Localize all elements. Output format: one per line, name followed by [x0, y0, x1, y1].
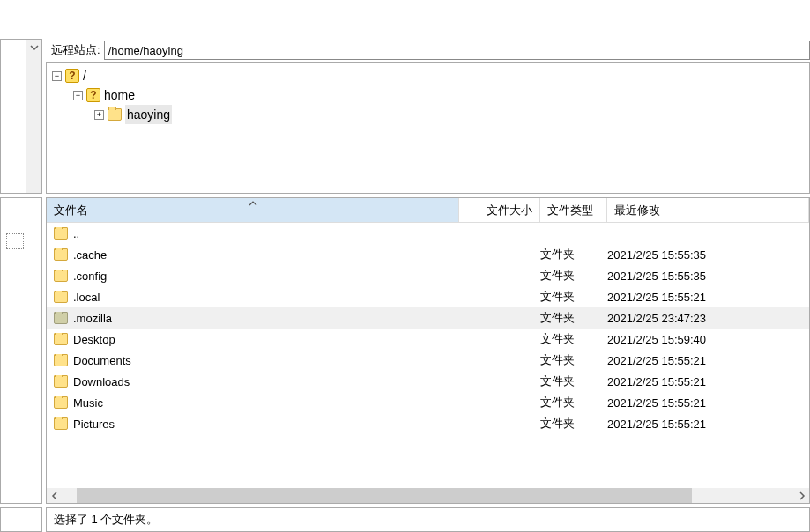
table-row[interactable]: Desktop文件夹2021/2/25 15:59:40 — [47, 329, 809, 350]
status-text: 选择了 1 个文件夹。 — [54, 512, 158, 528]
file-name: Desktop — [73, 333, 115, 346]
file-type: 文件夹 — [540, 373, 607, 389]
tree-node-label: haoying — [125, 105, 172, 124]
chevron-right-icon[interactable] — [794, 488, 809, 503]
file-type: 文件夹 — [540, 395, 607, 410]
table-row[interactable]: .config文件夹2021/2/25 15:55:35 — [47, 265, 809, 286]
file-type: 文件夹 — [540, 247, 607, 262]
status-bar-left — [0, 507, 42, 532]
local-tree-panel — [0, 39, 42, 194]
folder-icon — [54, 333, 68, 345]
table-row[interactable]: .mozilla文件夹2021/2/25 23:47:23 — [47, 307, 809, 329]
file-list-header: 文件名 文件大小 文件类型 最近修改 — [47, 198, 809, 223]
file-type: 文件夹 — [540, 331, 607, 347]
table-row[interactable]: .local文件夹2021/2/25 15:55:21 — [47, 286, 809, 307]
folder-icon — [54, 396, 68, 409]
file-modified: 2021/2/25 15:55:35 — [607, 270, 809, 283]
file-list[interactable]: ...cache文件夹2021/2/25 15:55:35.config文件夹2… — [47, 223, 809, 488]
file-modified: 2021/2/25 15:55:35 — [607, 248, 809, 262]
file-type: 文件夹 — [540, 289, 607, 305]
file-name: .. — [73, 227, 79, 240]
file-name: .mozilla — [73, 312, 112, 325]
folder-icon — [54, 248, 68, 261]
folder-icon — [54, 227, 68, 240]
folder-icon — [54, 291, 68, 303]
file-name: .cache — [73, 248, 107, 262]
status-bar-right: 选择了 1 个文件夹。 — [46, 507, 810, 532]
tree-node-root[interactable]: − ? / — [52, 66, 804, 85]
scrollbar-thumb[interactable] — [77, 488, 692, 503]
file-type: 文件夹 — [540, 310, 607, 326]
file-type: 文件夹 — [540, 416, 607, 432]
chevron-down-icon[interactable] — [26, 40, 41, 55]
table-row[interactable]: Pictures文件夹2021/2/25 15:55:21 — [47, 413, 809, 434]
remote-panel: 远程站点: − ? / − ? home + haoying — [46, 39, 810, 194]
tree-node-label: home — [104, 85, 135, 105]
remote-path-label: 远程站点: — [46, 42, 104, 58]
folder-icon — [54, 417, 68, 430]
table-row[interactable]: .. — [47, 223, 809, 244]
column-header-size[interactable]: 文件大小 — [459, 198, 540, 222]
file-type: 文件夹 — [540, 352, 607, 368]
sort-asc-icon — [249, 199, 257, 208]
file-modified: 2021/2/25 15:55:21 — [607, 417, 809, 431]
tree-node-label: / — [83, 66, 86, 85]
local-file-panel — [0, 197, 42, 504]
file-modified: 2021/2/25 15:55:21 — [607, 375, 809, 388]
remote-tree[interactable]: − ? / − ? home + haoying — [46, 62, 810, 194]
column-header-type[interactable]: 文件类型 — [540, 198, 607, 222]
file-name: Music — [73, 396, 103, 410]
file-modified: 2021/2/25 23:47:23 — [607, 312, 809, 325]
table-row[interactable]: Documents文件夹2021/2/25 15:55:21 — [47, 350, 809, 371]
table-row[interactable]: Downloads文件夹2021/2/25 15:55:21 — [47, 371, 809, 392]
file-name: Pictures — [73, 417, 115, 431]
folder-icon — [54, 312, 68, 324]
tree-node-home[interactable]: − ? home — [52, 85, 804, 105]
scrollbar-horizontal[interactable] — [47, 488, 809, 503]
expander-icon[interactable]: + — [94, 110, 104, 120]
file-type: 文件夹 — [540, 268, 607, 284]
remote-path-input[interactable] — [104, 41, 810, 60]
folder-icon — [54, 354, 68, 366]
selection-marker — [6, 233, 24, 249]
file-name: Downloads — [73, 375, 130, 388]
column-header-name[interactable]: 文件名 — [47, 198, 459, 222]
expander-icon[interactable]: − — [73, 91, 83, 100]
tree-node-user[interactable]: + haoying — [52, 105, 804, 124]
question-folder-icon: ? — [86, 88, 100, 102]
file-name: Documents — [73, 354, 131, 367]
file-modified: 2021/2/25 15:59:40 — [607, 333, 809, 346]
file-name: .config — [73, 270, 107, 283]
scrollbar-vertical[interactable] — [26, 40, 41, 193]
remote-file-panel: 文件名 文件大小 文件类型 最近修改 ...cache文件夹2021/2/25 … — [46, 197, 810, 504]
question-folder-icon: ? — [65, 69, 79, 83]
table-row[interactable]: .cache文件夹2021/2/25 15:55:35 — [47, 244, 809, 265]
table-row[interactable]: Music文件夹2021/2/25 15:55:21 — [47, 392, 809, 413]
expander-icon[interactable]: − — [52, 71, 62, 81]
file-modified: 2021/2/25 15:55:21 — [607, 291, 809, 304]
file-name: .local — [73, 291, 100, 304]
chevron-left-icon[interactable] — [47, 488, 62, 503]
remote-path-row: 远程站点: — [46, 39, 810, 62]
column-header-modified[interactable]: 最近修改 — [607, 198, 809, 222]
file-modified: 2021/2/25 15:55:21 — [607, 354, 809, 367]
file-modified: 2021/2/25 15:55:21 — [607, 396, 809, 410]
folder-icon — [54, 375, 68, 388]
folder-icon — [54, 270, 68, 282]
folder-icon — [108, 108, 122, 121]
